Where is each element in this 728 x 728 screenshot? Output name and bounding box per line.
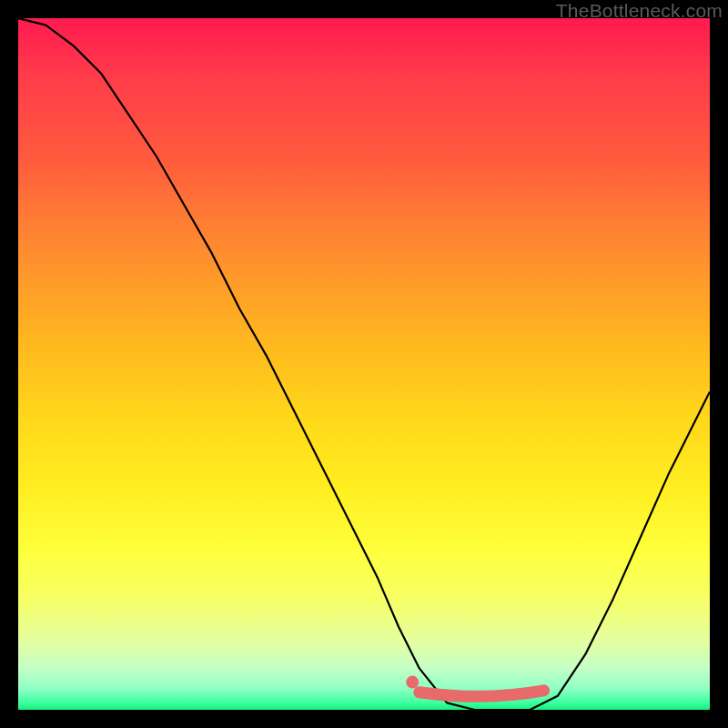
chart-svg — [18, 18, 710, 710]
bottleneck-curve — [18, 18, 710, 710]
outer-frame: TheBottleneck.com — [0, 0, 728, 728]
marker-dot-icon — [406, 676, 419, 689]
optimal-region-marker — [420, 691, 544, 697]
chart-plot-area — [18, 18, 710, 710]
watermark-text: TheBottleneck.com — [556, 0, 723, 22]
